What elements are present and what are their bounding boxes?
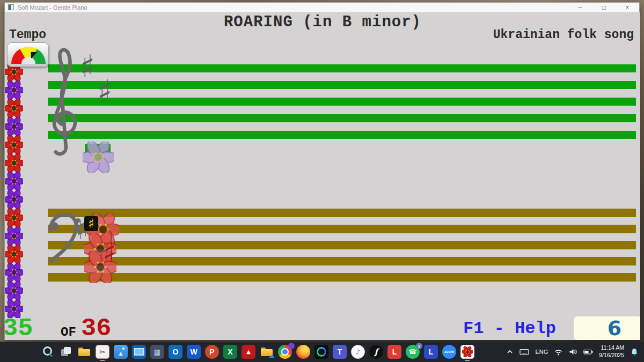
tempo-gauge-button[interactable]: [7, 42, 49, 67]
taskbar-icon-chrome[interactable]: [278, 345, 292, 359]
progress-flower-purple: [5, 263, 23, 284]
tray-chevron-icon[interactable]: [506, 348, 514, 356]
clock-time: 11:14 AM: [599, 344, 624, 352]
taskbar-icon-onedrive-folder[interactable]: ☁: [260, 345, 274, 359]
treble-staff-line: [48, 131, 636, 139]
taskbar-icon-start[interactable]: [23, 345, 36, 359]
taskbar-icon-excel[interactable]: X: [223, 345, 237, 359]
progress-flower-red: [5, 136, 23, 156]
progress-flower-red: [5, 209, 23, 229]
progress-flower-purple: [5, 81, 23, 101]
treble-clef-icon: [46, 46, 81, 160]
taskbar-icon-display[interactable]: [132, 345, 146, 359]
treble-sharp-f: ♯: [80, 51, 95, 82]
taskbar-icon-app-l-red[interactable]: L: [387, 345, 401, 359]
highlighted-sharp: ♯: [88, 217, 94, 230]
bass-staff-line: [48, 273, 636, 282]
song-origin: Ukrainian folk song: [493, 28, 634, 42]
taskbar-icon-itunes[interactable]: ♪: [351, 345, 365, 359]
tempo-gauge-fan: [11, 47, 46, 64]
taskbar-icon-app-l-blue[interactable]: L: [424, 345, 438, 359]
counter-box: 6: [574, 316, 640, 340]
taskbar-icon-task-view[interactable]: [59, 345, 73, 359]
wifi-icon[interactable]: [554, 348, 563, 356]
taskbar-icon-snipping-tool[interactable]: ✂: [96, 345, 109, 359]
taskbar-icon-word[interactable]: W: [187, 345, 201, 359]
progress-flower-red: [5, 99, 23, 120]
app-icon: [8, 4, 14, 10]
treble-staff-line: [48, 98, 636, 106]
taskbar: ✂▲▦OWPX▲☁T♪ʃL☎2Lzoom ENG 11:14 AM 9/16/2…: [0, 342, 644, 362]
close-button[interactable]: ×: [616, 3, 639, 12]
notification-badge: 2: [416, 343, 422, 349]
progress-flower-purple: [5, 282, 23, 302]
progress-flower-purple: [5, 117, 23, 138]
help-hint: F1 - Help: [463, 320, 556, 337]
taskbar-icons: ✂▲▦OWPX▲☁T♪ʃL☎2Lzoom: [0, 345, 474, 359]
progress-flower-red: [5, 245, 23, 265]
progress-flower-purple: [5, 172, 23, 193]
taskbar-icon-acrobat[interactable]: ▲: [241, 345, 255, 359]
score-area: ROARING (in B minor) Ukrainian folk song…: [5, 12, 640, 340]
running-indicator: [465, 360, 470, 361]
progress-flower-purple: [5, 227, 23, 247]
current-line-number: 35: [5, 316, 33, 340]
bass-staff-line: [48, 209, 636, 217]
notification-badge: [288, 343, 295, 349]
treble-sharp-c: ♯: [97, 76, 112, 107]
minimize-button[interactable]: –: [568, 3, 592, 12]
taskbar-icon-webex[interactable]: [314, 345, 328, 359]
taskbar-icon-whatsapp[interactable]: ☎2: [406, 345, 420, 359]
progress-flower-red: [5, 154, 23, 174]
touch-keyboard-icon[interactable]: [519, 348, 529, 356]
counter-value: 6: [608, 318, 621, 338]
title-bar[interactable]: Soft Mozart - Gentle Piano – □ ×: [5, 3, 639, 12]
treble-staff-line: [48, 81, 636, 89]
bass-staff-line: [48, 257, 636, 265]
taskbar-icon-photos[interactable]: ▲: [114, 345, 128, 359]
taskbar-icon-outlook[interactable]: O: [169, 345, 182, 359]
treble-staff-line: [48, 64, 636, 72]
taskbar-icon-search[interactable]: [41, 345, 55, 359]
notification-bell-icon[interactable]: [630, 348, 639, 356]
bass-sharp-red: ♯: [103, 239, 116, 267]
progress-flower-purple: [5, 190, 23, 211]
treble-staff-line: [48, 114, 636, 122]
taskbar-icon-dragon[interactable]: ʃ: [369, 345, 383, 359]
bass-staff-line: [48, 241, 636, 249]
treble-note-flower: [83, 142, 114, 173]
taskbar-icon-file-explorer[interactable]: [77, 345, 91, 359]
taskbar-icon-teams[interactable]: T: [333, 345, 347, 359]
running-indicator: [100, 360, 105, 361]
language-indicator[interactable]: ENG: [535, 349, 548, 355]
volume-icon[interactable]: [569, 348, 577, 356]
taskbar-icon-powerpoint[interactable]: P: [205, 345, 219, 359]
highlighted-sharp-box: ♯: [84, 216, 98, 231]
total-lines-number: 36: [81, 316, 111, 340]
maximize-button[interactable]: □: [592, 3, 616, 12]
clock-date: 9/16/2025: [599, 352, 624, 359]
window-controls: – □ ×: [568, 3, 639, 12]
window-title: Soft Mozart - Gentle Piano: [18, 4, 87, 11]
taskbar-icon-soft-mozart[interactable]: [460, 345, 474, 359]
desktop-wallpaper: { "colors": { "staff_green": "#0aa30a", …: [0, 0, 644, 362]
app-window: Soft Mozart - Gentle Piano – □ × ROARING…: [4, 2, 640, 340]
of-label: OF: [61, 326, 76, 339]
bass-staff-line: [48, 225, 636, 233]
clock[interactable]: 11:14 AM 9/16/2025: [599, 344, 624, 359]
battery-icon[interactable]: [583, 348, 593, 356]
taskbar-icon-calculator[interactable]: ▦: [150, 345, 164, 359]
taskbar-icon-firefox[interactable]: [296, 345, 310, 359]
taskbar-icon-zoom[interactable]: zoom: [442, 345, 456, 359]
system-tray: ENG 11:14 AM 9/16/2025: [506, 344, 644, 359]
